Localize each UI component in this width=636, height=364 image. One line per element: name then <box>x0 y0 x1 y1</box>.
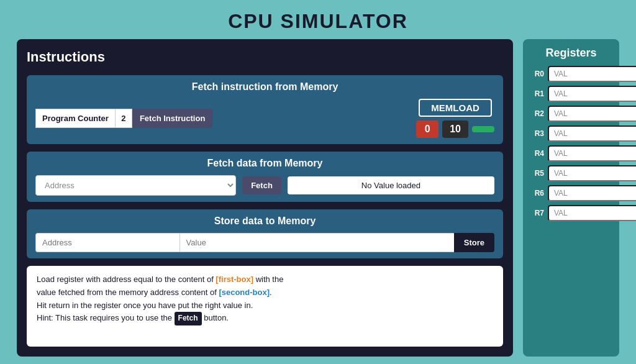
store-address-input[interactable] <box>35 233 179 252</box>
store-data-section: Store data to Memory Store <box>27 209 503 258</box>
info-text6: Hint: This task requires you to use the <box>37 313 175 322</box>
register-label-r7: R7 <box>530 209 544 217</box>
register-row-r3: R3 <box>530 125 612 142</box>
fetch-button[interactable]: Fetch <box>242 176 281 194</box>
info-text5: Hit return in the register once you have… <box>37 301 253 310</box>
instructions-panel: Instructions Fetch instruction from Memo… <box>17 39 513 357</box>
memload-box-green <box>472 126 494 132</box>
info-text4: . <box>270 288 272 297</box>
register-input-r1[interactable] <box>548 86 636 102</box>
registers-title: Registers <box>530 47 612 60</box>
program-counter-label: Program Counter <box>35 109 115 128</box>
register-label-r1: R1 <box>530 89 544 98</box>
register-label-r0: R0 <box>530 70 544 78</box>
memload-box-0: 0 <box>416 121 438 138</box>
address-select[interactable]: Address <box>35 175 236 196</box>
register-row-r0: R0 <box>530 66 612 82</box>
register-row-r4: R4 <box>530 145 612 162</box>
memload-area: MEMLOAD 0 10 <box>416 99 494 138</box>
register-label-r3: R3 <box>530 129 544 138</box>
memload-values: 0 10 <box>416 121 494 138</box>
register-row-r5: R5 <box>530 165 612 181</box>
register-label-r5: R5 <box>530 169 544 178</box>
register-row-r2: R2 <box>530 106 612 122</box>
store-data-row: Store <box>35 233 494 252</box>
register-label-r4: R4 <box>530 149 544 158</box>
register-label-r2: R2 <box>530 109 544 118</box>
program-counter-value: 2 <box>115 109 132 128</box>
register-input-r7[interactable] <box>548 205 636 221</box>
store-value-input[interactable] <box>179 233 454 252</box>
fetch-instruction-section: Fetch instruction from Memory Program Co… <box>27 75 503 144</box>
registers-panel: Registers R0 R1 R2 R3 R4 R5 R6 <box>523 39 619 357</box>
main-content: Instructions Fetch instruction from Memo… <box>17 39 619 364</box>
info-text3: value fetched from the memory address co… <box>37 288 219 297</box>
info-text7: button. <box>202 313 229 322</box>
no-value-label: No Value loaded <box>288 176 494 194</box>
fetch-data-section: Fetch data from Memory Address Fetch No … <box>27 152 503 202</box>
fetch-inline-badge: Fetch <box>175 312 202 325</box>
register-input-r5[interactable] <box>548 165 636 181</box>
register-row-r1: R1 <box>530 86 612 102</box>
register-label-r6: R6 <box>530 189 544 198</box>
memload-label: MEMLOAD <box>419 99 492 117</box>
fetch-instruction-title: Fetch instruction from Memory <box>35 81 494 93</box>
info-box: Load register with address equal to the … <box>27 266 503 347</box>
store-button[interactable]: Store <box>454 233 494 252</box>
register-input-r2[interactable] <box>548 106 636 122</box>
info-first-box: [first-box] <box>216 275 253 284</box>
info-second-box: [second-box] <box>219 288 270 297</box>
register-input-r4[interactable] <box>548 145 636 162</box>
fetch-data-row: Address Fetch No Value loaded <box>35 175 494 196</box>
info-text1: Load register with address equal to the … <box>37 275 216 284</box>
register-row-r7: R7 <box>530 205 612 221</box>
page-title: CPU SIMULATOR <box>228 0 408 39</box>
register-row-r6: R6 <box>530 185 612 201</box>
fetch-instruction-button[interactable]: Fetch Instruction <box>132 109 212 128</box>
info-text2: with the <box>253 275 283 284</box>
fetch-data-title: Fetch data from Memory <box>35 158 494 169</box>
memload-box-10: 10 <box>442 121 468 138</box>
instructions-title: Instructions <box>27 49 503 65</box>
store-data-title: Store data to Memory <box>35 216 494 227</box>
register-input-r3[interactable] <box>548 125 636 142</box>
register-input-r0[interactable] <box>548 66 636 82</box>
register-input-r6[interactable] <box>548 185 636 201</box>
